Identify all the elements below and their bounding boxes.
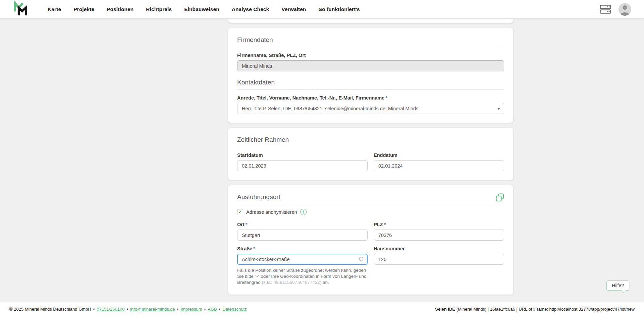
- contact-select-value: Herr, TitelP, Selen, IDE, 0987/654321, s…: [242, 106, 418, 111]
- nav-item-karte[interactable]: Karte: [48, 6, 61, 12]
- footer-link-datenschutz[interactable]: Datenschutz: [222, 307, 247, 312]
- footer-link-email[interactable]: info@mineral-minds.de: [130, 307, 175, 312]
- divider: [237, 89, 504, 90]
- nav-item-richtpreis[interactable]: Richtpreis: [146, 6, 172, 12]
- main-navigation: Karte Projekte Positionen Richtpreis Ein…: [48, 6, 360, 12]
- hint-suffix: an.: [321, 280, 329, 285]
- footer-left: © 2025 Mineral Minds Deutschland GmbH • …: [9, 307, 247, 312]
- strasse-field: Straße* Falls die Position keiner Straße…: [237, 246, 368, 286]
- user-avatar-icon[interactable]: [619, 3, 631, 16]
- avatar-head: [623, 5, 627, 10]
- loading-spinner-icon: [359, 257, 364, 261]
- company-input: [237, 60, 504, 71]
- contact-select[interactable]: Herr, TitelP, Selen, IDE, 0987/654321, s…: [237, 103, 504, 114]
- hausnummer-input[interactable]: [374, 254, 504, 265]
- required-marker: *: [246, 222, 248, 227]
- app-logo[interactable]: [13, 0, 28, 18]
- kontaktdaten-title: Kontaktdaten: [237, 79, 504, 86]
- separator-dot: •: [219, 307, 221, 312]
- plz-label: PLZ*: [374, 222, 504, 227]
- startdatum-label: Startdatum: [237, 152, 368, 158]
- nav-item-analyse-check[interactable]: Analyse Check: [232, 6, 269, 12]
- firmendaten-title: Firmendaten: [237, 36, 504, 44]
- card-zeitlicher-rahmen: Zeitlicher Rahmen Startdatum Enddatum: [228, 128, 513, 180]
- separator-dot: •: [177, 307, 179, 312]
- zeitraum-title: Zeitlicher Rahmen: [237, 136, 504, 143]
- separator-dot: •: [204, 307, 206, 312]
- enddatum-field: Enddatum: [374, 152, 504, 171]
- contact-field-label: Anrede, Titel, Vorname, Nachname, Tel.-N…: [237, 95, 504, 101]
- info-icon[interactable]: i: [300, 209, 307, 215]
- chevron-down-icon: [497, 108, 500, 110]
- strasse-input[interactable]: [237, 254, 368, 265]
- footer-link-agb[interactable]: AGB: [208, 307, 217, 312]
- hausnummer-label: Hausnummer: [374, 246, 504, 251]
- enddatum-label: Enddatum: [374, 152, 504, 158]
- separator-dot: •: [126, 307, 128, 312]
- ort-field: Ort*: [237, 222, 368, 241]
- strasse-hint: Falls die Position keiner Straße zugeord…: [237, 267, 368, 286]
- copy-icon[interactable]: [496, 193, 504, 202]
- card-ausfuehrungsort: Ausführungsort ✓ Adresse anonymisieren i…: [228, 185, 513, 295]
- hausnummer-field: Hausnummer: [374, 246, 504, 286]
- ort-label-text: Ort: [237, 222, 245, 227]
- ort-input[interactable]: [237, 230, 368, 241]
- copyright-text: © 2025 Mineral Minds Deutschland GmbH: [9, 307, 91, 312]
- nav-item-einbauweisen[interactable]: Einbauweisen: [184, 6, 219, 12]
- ide-details: (Mineral Minds) | 16fae1ffc6a6 | URL of …: [455, 307, 635, 312]
- startdatum-input[interactable]: [237, 160, 368, 171]
- divider: [237, 147, 504, 147]
- footer-link-impressum[interactable]: Impressum: [180, 307, 202, 312]
- required-marker: *: [385, 95, 387, 101]
- top-navbar: Karte Projekte Positionen Richtpreis Ein…: [0, 0, 644, 19]
- separator-dot: •: [93, 307, 95, 312]
- strasse-label: Straße*: [237, 246, 368, 251]
- divider: [237, 47, 504, 47]
- scrolled-card-partial: [228, 19, 513, 23]
- required-marker: *: [384, 222, 386, 227]
- form-column: Firmendaten Firmenname, Straße, PLZ, Ort…: [228, 19, 513, 300]
- ausfuehrungsort-title: Ausführungsort: [237, 193, 280, 201]
- footer-link-phone[interactable]: 07151/250100: [97, 307, 124, 312]
- help-bubble-tail: [621, 288, 627, 293]
- navbar-right: [600, 3, 631, 16]
- server-stack-icon[interactable]: [600, 5, 611, 14]
- anonymize-checkbox[interactable]: ✓: [237, 209, 243, 215]
- divider: [237, 204, 504, 204]
- strasse-label-text: Straße: [237, 246, 252, 251]
- startdatum-field: Startdatum: [237, 152, 368, 171]
- help-button[interactable]: Hilfe?: [606, 280, 629, 291]
- help-button-label: Hilfe?: [612, 283, 624, 288]
- avatar-shoulders: [621, 12, 630, 16]
- required-marker: *: [253, 246, 255, 251]
- contact-field-label-text: Anrede, Titel, Vorname, Nachname, Tel.-N…: [237, 95, 384, 101]
- nav-item-positionen[interactable]: Positionen: [107, 6, 133, 12]
- ort-label: Ort*: [237, 222, 368, 227]
- enddatum-input[interactable]: [374, 160, 504, 171]
- footer-debug-info: Selen IDE (Mineral Minds) | 16fae1ffc6a6…: [435, 307, 635, 312]
- footer: © 2025 Mineral Minds Deutschland GmbH • …: [0, 302, 644, 316]
- anonymize-row: ✓ Adresse anonymisieren i: [237, 209, 504, 215]
- nav-item-so-funktionierts[interactable]: So funktioniert's: [319, 6, 360, 12]
- plz-field: PLZ*: [374, 222, 504, 241]
- company-field-label: Firmenname, Straße, PLZ, Ort: [237, 53, 504, 58]
- card-firmendaten: Firmendaten Firmenname, Straße, PLZ, Ort…: [228, 28, 513, 123]
- nav-item-projekte[interactable]: Projekte: [73, 6, 94, 12]
- hint-coords-example: (z.B.: 48.8115607,9.4077422): [262, 280, 322, 285]
- anonymize-label[interactable]: Adresse anonymisieren: [246, 209, 297, 215]
- plz-label-text: PLZ: [374, 222, 383, 227]
- mineral-minds-logo-icon: [13, 0, 28, 18]
- nav-item-verwalten[interactable]: Verwalten: [281, 6, 306, 12]
- plz-input[interactable]: [374, 230, 504, 241]
- ide-name: Selen IDE: [435, 307, 455, 312]
